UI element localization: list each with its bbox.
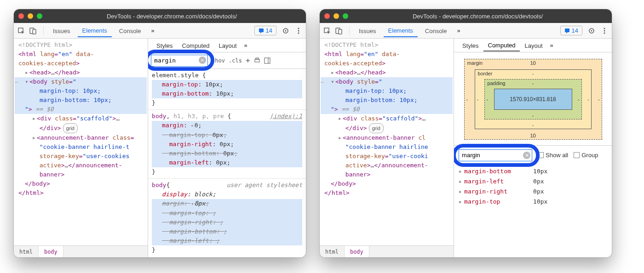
message-icon: [259, 28, 264, 34]
device-toggle-icon[interactable]: [335, 27, 343, 34]
settings-icon[interactable]: [279, 27, 292, 34]
print-icon[interactable]: [254, 57, 260, 64]
svg-point-21: [604, 32, 605, 34]
show-all-checkbox[interactable]: Show all: [538, 152, 568, 159]
svg-point-6: [298, 28, 299, 29]
group-checkbox[interactable]: Group: [574, 152, 598, 159]
more-tabs-icon[interactable]: »: [454, 27, 463, 34]
devtools-window-computed: DevTools - developer.chrome.com/docs/dev…: [320, 9, 612, 257]
tab-issues[interactable]: Issues: [48, 24, 75, 37]
tab-console[interactable]: Console: [420, 24, 452, 37]
tab-issues[interactable]: Issues: [354, 24, 381, 37]
list-item[interactable]: ▸margin-top10px: [459, 197, 607, 207]
more-tabs-icon[interactable]: »: [148, 27, 157, 34]
box-model[interactable]: margin 10 10 - - border - - - -: [454, 52, 612, 145]
tab-elements[interactable]: Elements: [78, 24, 112, 37]
minimize-icon[interactable]: [334, 13, 339, 19]
issues-counter[interactable]: 14: [560, 26, 582, 35]
svg-point-19: [604, 28, 605, 29]
main-toolbar: Issues Elements Console » 14: [320, 23, 612, 39]
kebab-icon[interactable]: [601, 27, 608, 34]
main-toolbar: Issues Elements Console » 14: [14, 23, 306, 39]
list-item[interactable]: ▸margin-bottom10px: [459, 166, 607, 176]
list-item[interactable]: ▸margin-left0px: [459, 176, 607, 187]
crumb-body[interactable]: body: [39, 246, 63, 257]
tab-elements[interactable]: Elements: [384, 24, 418, 37]
subtab-layout[interactable]: Layout: [214, 40, 241, 51]
toggle-panel-icon[interactable]: [264, 57, 270, 64]
elements-tree[interactable]: <!DOCTYPE html> <html lang="en" data- co…: [320, 39, 454, 257]
svg-rect-16: [565, 28, 569, 32]
subtab-styles[interactable]: Styles: [152, 40, 177, 51]
styles-filter: ✕: [151, 55, 208, 67]
titlebar: DevTools - developer.chrome.com/docs/dev…: [14, 9, 306, 23]
close-icon[interactable]: [18, 13, 24, 19]
svg-point-20: [604, 30, 605, 31]
window-title: DevTools - developer.chrome.com/docs/dev…: [348, 13, 607, 20]
grid-badge[interactable]: grid: [369, 123, 384, 133]
issues-counter[interactable]: 14: [254, 26, 276, 35]
close-icon[interactable]: [324, 13, 330, 19]
kebab-icon[interactable]: [295, 27, 302, 34]
style-rules: element.style { margin-top: 10px; margin…: [148, 69, 306, 257]
list-item[interactable]: ▸margin-right0px: [459, 187, 607, 197]
svg-point-8: [298, 32, 299, 34]
window-title: DevTools - developer.chrome.com/docs/dev…: [42, 13, 301, 20]
svg-rect-3: [259, 28, 264, 32]
grid-badge[interactable]: grid: [63, 123, 78, 133]
svg-rect-2: [33, 29, 36, 34]
subtab-styles[interactable]: Styles: [458, 40, 483, 51]
svg-rect-15: [339, 29, 342, 34]
settings-icon[interactable]: [585, 27, 598, 34]
crumb-body[interactable]: body: [345, 246, 369, 257]
maximize-icon[interactable]: [37, 13, 42, 19]
breadcrumb[interactable]: html body: [320, 245, 454, 257]
traffic-lights[interactable]: [324, 13, 348, 19]
box-model-content: 1570.910×831.818: [494, 89, 572, 110]
elements-tree[interactable]: <!DOCTYPE html> <html lang="en" data- co…: [14, 39, 148, 257]
computed-panel: Styles Computed Layout » margin 10 10 - …: [454, 39, 612, 257]
hov-toggle[interactable]: :hov: [212, 57, 225, 64]
subtab-computed[interactable]: Computed: [483, 39, 520, 51]
svg-rect-9: [255, 59, 259, 62]
styles-panel: Styles Computed Layout » ✕ :hov .cls +: [148, 39, 306, 257]
device-toggle-icon[interactable]: [29, 27, 37, 34]
titlebar: DevTools - developer.chrome.com/docs/dev…: [320, 9, 612, 23]
maximize-icon[interactable]: [343, 13, 348, 19]
svg-point-18: [591, 30, 592, 31]
crumb-html[interactable]: html: [320, 246, 345, 257]
clear-filter-icon[interactable]: ✕: [523, 152, 530, 159]
clear-filter-icon[interactable]: ✕: [199, 57, 206, 64]
subtab-computed[interactable]: Computed: [178, 40, 214, 51]
breadcrumb[interactable]: html body: [14, 245, 148, 257]
cls-toggle[interactable]: .cls: [229, 57, 242, 64]
inspect-icon[interactable]: [323, 27, 331, 34]
minimize-icon[interactable]: [28, 13, 33, 19]
svg-point-5: [285, 30, 287, 31]
devtools-window-styles: DevTools - developer.chrome.com/docs/dev…: [14, 9, 306, 257]
computed-filter-input[interactable]: [459, 149, 532, 161]
crumb-html[interactable]: html: [14, 246, 39, 257]
svg-rect-11: [264, 58, 270, 63]
more-subtabs-icon[interactable]: »: [547, 42, 556, 49]
subtab-layout[interactable]: Layout: [520, 40, 547, 51]
inspect-icon[interactable]: [17, 27, 25, 34]
svg-rect-10: [256, 58, 259, 59]
new-rule-icon[interactable]: +: [246, 56, 250, 65]
tab-console[interactable]: Console: [115, 24, 146, 37]
traffic-lights[interactable]: [18, 13, 42, 19]
more-subtabs-icon[interactable]: »: [242, 42, 250, 49]
computed-props: ▸margin-bottom10px ▸margin-left0px ▸marg…: [454, 165, 612, 209]
message-icon: [564, 28, 570, 34]
svg-point-7: [298, 30, 299, 31]
